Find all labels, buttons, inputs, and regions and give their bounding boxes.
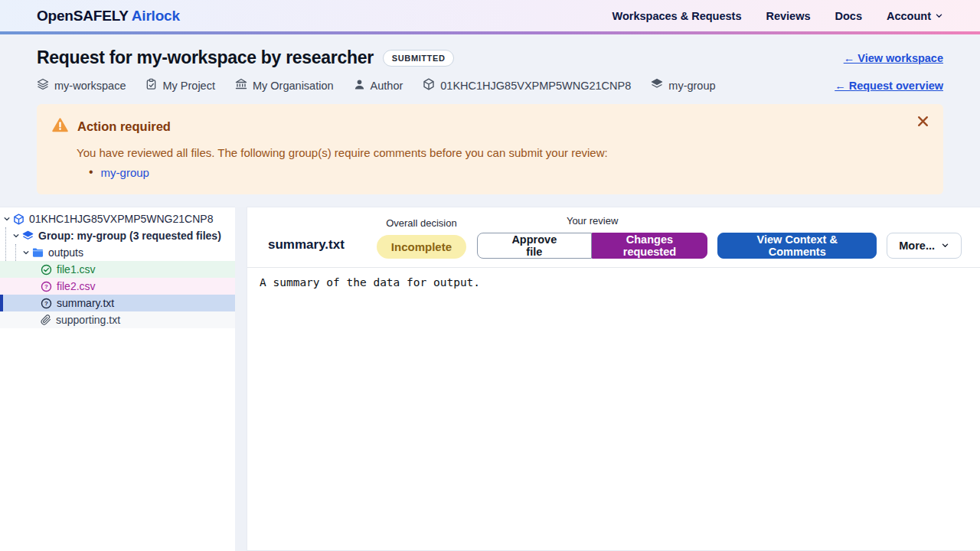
view-workspace-link[interactable]: ← View workspace [844,52,943,64]
paperclip-icon [41,315,51,325]
brand-part-opensafely: OpenSAFELY [37,8,128,24]
meta-row: my-workspace My Project My Organisation … [37,78,943,93]
brand-logo[interactable]: OpenSAFELY Airlock [37,8,180,24]
overall-decision-block: Overall decision Incomplete [377,217,466,259]
more-button-label: More... [899,240,935,252]
file-title: summary.txt [268,237,345,259]
meta-author: Author [354,79,403,93]
meta-group-label: my-group [668,80,715,92]
cube-icon [13,214,24,225]
your-review-label: Your review [567,215,618,227]
tree-node-request-id[interactable]: 01KHC1HJG85VXPMP5WNG21CNP8 [0,210,235,227]
meta-request-id: 01KHC1HJG85VXPMP5WNG21CNP8 [423,78,631,93]
nav-workspaces-requests[interactable]: Workspaces & Requests [612,10,742,22]
tree-file-label: file1.csv [57,263,96,276]
page-title: Request for my-workspace by researcher [37,47,374,68]
decision-badge: Incomplete [377,235,466,259]
more-button[interactable]: More... [887,233,962,259]
file-view-panel: summary.txt Overall decision Incomplete … [247,207,980,551]
action-required-alert: Action required You have reviewed all fi… [37,104,943,194]
tree-file-label: file2.csv [57,280,96,292]
file-tree-sidebar: 01KHC1HJG85VXPMP5WNG21CNP8 Group: my-gro… [0,207,235,551]
close-icon[interactable] [916,115,929,128]
nav-items: Workspaces & Requests Reviews Docs Accou… [612,10,943,22]
review-button-group: Approve file Changes requested [477,233,707,259]
tree-node-label: Group: my-group (3 requested files) [38,230,221,242]
tree-node-label: 01KHC1HJG85VXPMP5WNG21CNP8 [29,213,213,225]
meta-workspace: my-workspace [37,78,126,93]
meta-workspace-label: my-workspace [54,80,126,92]
request-overview-link[interactable]: ← Request overview [835,80,943,92]
request-header: Request for my-workspace by researcher S… [0,34,980,207]
tree-file-summary-selected[interactable]: ? summary.txt [0,295,235,311]
bullet-dot: • [89,165,93,179]
your-review-block: Your review Approve file Changes request… [477,215,707,259]
layers-icon [37,78,49,93]
alert-group-link[interactable]: my-group [101,166,149,179]
nav-account-menu[interactable]: Account [887,10,943,22]
question-circle-icon: ? [41,298,52,309]
meta-author-label: Author [371,80,403,92]
alert-group-list: • my-group [89,165,925,179]
alert-header: Action required [52,117,925,136]
view-context-comments-button[interactable]: View Context & Comments [717,233,877,259]
file-content-text: A summary of the data for output. [247,268,980,297]
body-area: 01KHC1HJG85VXPMP5WNG21CNP8 Group: my-gro… [0,207,980,551]
tree-file-file2[interactable]: ? file2.csv [0,278,235,295]
tree-file-file1[interactable]: file1.csv [0,261,235,278]
chevron-down-icon [941,240,949,252]
chevron-down-icon[interactable] [22,249,30,256]
user-icon [354,79,365,93]
brand-part-airlock: Airlock [132,8,180,24]
svg-text:?: ? [44,300,48,307]
panel-gap [235,207,247,551]
tree-file-label: supporting.txt [56,314,120,326]
title-row: Request for my-workspace by researcher S… [37,47,943,68]
file-view-header: summary.txt Overall decision Incomplete … [247,207,980,268]
warning-triangle-icon [52,117,68,136]
meta-organisation: My Organisation [235,78,334,93]
check-circle-icon [41,264,52,276]
tree-node-outputs-folder[interactable]: outputs [0,244,235,261]
nav-docs[interactable]: Docs [835,10,862,22]
meta-group: my-group [651,78,715,93]
layers-icon [22,230,34,242]
chevron-down-icon[interactable] [12,232,20,240]
chevron-down-icon [935,10,943,22]
meta-project: My Project [145,78,215,93]
top-nav: OpenSAFELY Airlock Workspaces & Requests… [0,0,980,31]
file-tree: 01KHC1HJG85VXPMP5WNG21CNP8 Group: my-gro… [0,207,235,328]
nav-reviews[interactable]: Reviews [766,10,810,22]
meta-project-label: My Project [162,80,215,92]
tree-node-group[interactable]: Group: my-group (3 requested files) [0,227,235,244]
alert-message: You have reviewed all files. The followi… [77,146,925,159]
alert-list-item: • my-group [89,165,925,179]
overall-decision-label: Overall decision [386,217,457,229]
meta-request-id-label: 01KHC1HJG85VXPMP5WNG21CNP8 [440,80,631,92]
tree-file-supporting[interactable]: supporting.txt [0,311,235,328]
meta-organisation-label: My Organisation [253,80,334,92]
cube-icon [423,78,435,93]
question-circle-icon: ? [41,281,52,292]
changes-requested-button[interactable]: Changes requested [592,233,708,259]
layers-icon [651,78,663,93]
approve-file-button[interactable]: Approve file [477,233,592,259]
alert-title: Action required [77,119,171,134]
status-badge: SUBMITTED [383,50,455,67]
tree-file-label: summary.txt [57,297,114,309]
svg-text:?: ? [44,283,48,290]
chevron-down-icon[interactable] [3,215,11,223]
clipboard-icon [145,78,157,93]
tree-node-label: outputs [48,246,83,259]
airlock-page: OpenSAFELY Airlock Workspaces & Requests… [0,0,980,551]
folder-icon [32,247,44,258]
bank-icon [235,78,247,93]
nav-account-label: Account [887,10,931,22]
